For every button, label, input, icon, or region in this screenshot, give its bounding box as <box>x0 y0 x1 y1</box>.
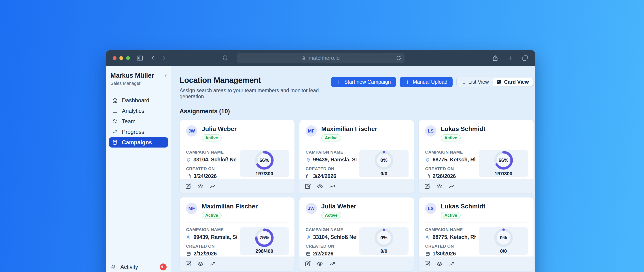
bell-icon <box>110 264 116 270</box>
location-pin-icon <box>425 235 430 240</box>
view-button[interactable] <box>315 259 325 269</box>
privacy-shield-icon[interactable] <box>222 55 228 61</box>
card-view-segment[interactable]: Card View <box>492 78 533 86</box>
progress-ring: 0% <box>494 228 513 247</box>
edit-button[interactable] <box>183 182 193 191</box>
member-name: Maximilian Fischer <box>202 203 258 210</box>
nav-icon <box>112 129 118 135</box>
list-view-segment[interactable]: List View <box>457 78 493 86</box>
card-fields: CAMPAIGN NAME 99439, Ramsla, Stedten a… … <box>186 227 237 256</box>
new-tab-icon[interactable] <box>507 55 514 61</box>
header-actions: Start new Campaign Manual Upload List Vi… <box>331 77 534 87</box>
avatar: JW <box>306 203 317 214</box>
start-new-campaign-button[interactable]: Start new Campaign <box>331 77 396 87</box>
manual-upload-button[interactable]: Manual Upload <box>400 77 452 87</box>
back-icon[interactable] <box>150 55 156 61</box>
created-on-label: CREATED ON <box>306 166 357 171</box>
campaign-row: 99439, Ramsla, Stedten a… <box>186 234 237 240</box>
progress-button[interactable] <box>208 259 217 269</box>
view-button[interactable] <box>435 259 444 269</box>
progress-percent: 0% <box>374 151 393 170</box>
assignments-heading: Assignments (10) <box>180 108 534 115</box>
page-header-text: Location Management Assign search areas … <box>180 76 331 100</box>
progress-panel: 0% 0/0 <box>359 150 408 177</box>
progress-button[interactable] <box>447 182 456 191</box>
nav-icon <box>112 97 118 103</box>
sidebar-item-campaigns[interactable]: Campaigns <box>109 137 168 148</box>
created-on-label: CREATED ON <box>425 244 476 249</box>
progress-button[interactable] <box>328 182 337 191</box>
minimize-window-button[interactable] <box>120 56 123 60</box>
created-row: 3/24/2026 <box>306 173 357 179</box>
progress-button[interactable] <box>447 259 456 269</box>
list-view-label: List View <box>468 79 489 85</box>
created-on-label: CREATED ON <box>186 244 237 249</box>
sidebar-collapse-icon[interactable] <box>163 73 168 79</box>
card-fields: CAMPAIGN NAME 68775, Ketsch, Rhein-Nec… … <box>425 150 476 179</box>
created-on-label: CREATED ON <box>425 166 476 171</box>
edit-button[interactable] <box>303 259 312 269</box>
trending-up-icon <box>329 260 336 267</box>
campaign-name-label: CAMPAIGN NAME <box>306 227 357 232</box>
assignment-card: LS Lukas Schmidt Active CAMPAIGN NAME 68… <box>418 120 534 194</box>
card-body: CAMPAIGN NAME 33104, Schloß Neuhaus, S… … <box>180 145 294 179</box>
user-name: Markus Müller <box>110 72 166 79</box>
list-icon <box>461 80 466 85</box>
card-header: JW Julia Weber Active <box>180 120 294 141</box>
card-fields: CAMPAIGN NAME 33104, Schloß Neuhaus, S… … <box>186 150 237 179</box>
nav-icon <box>112 118 118 124</box>
sidebar-item-dashboard[interactable]: Dashboard <box>109 95 168 105</box>
edit-button[interactable] <box>183 259 193 269</box>
progress-button[interactable] <box>328 259 337 269</box>
sidebar-item-activity[interactable]: Activity 9+ <box>106 260 171 272</box>
zoom-window-button[interactable] <box>126 56 130 60</box>
assignment-card: JW Julia Weber Active CAMPAIGN NAME 3310… <box>299 197 414 271</box>
trending-up-icon <box>210 260 216 267</box>
eye-icon <box>317 183 323 190</box>
progress-button[interactable] <box>208 182 217 191</box>
status-badge: Active <box>321 134 341 141</box>
edit-button[interactable] <box>422 182 432 191</box>
created-on-label: CREATED ON <box>306 244 357 249</box>
progress-ratio: 0/0 <box>380 248 388 254</box>
avatar: JW <box>186 125 197 137</box>
progress-ratio: 298/400 <box>255 248 273 254</box>
view-button[interactable] <box>196 182 205 191</box>
sidebar-toggle-icon[interactable] <box>136 54 144 62</box>
campaign-row: 68775, Ketsch, Rhein-Nec… <box>425 234 476 240</box>
tab-overview-icon[interactable] <box>522 55 528 61</box>
campaign-row: 33104, Schloß Neuhaus, S… <box>306 234 357 240</box>
edit-button[interactable] <box>303 182 312 191</box>
address-bar[interactable]: matchhero.io <box>237 53 404 63</box>
created-row: 2/26/2026 <box>425 173 476 179</box>
card-footer <box>300 256 414 271</box>
created-on-label: CREATED ON <box>186 166 237 171</box>
progress-percent: 66% <box>494 151 513 170</box>
sidebar-item-progress[interactable]: Progress <box>109 127 168 137</box>
member-block: Julia Weber Active <box>321 203 356 219</box>
view-button[interactable] <box>196 259 205 269</box>
card-header: JW Julia Weber Active <box>300 197 414 219</box>
sidebar-item-label: Analytics <box>122 108 144 114</box>
reload-icon[interactable] <box>396 55 402 61</box>
status-badge: Active <box>202 134 222 141</box>
card-header: MF Maximilian Fischer Active <box>300 120 414 141</box>
campaign-name-value: 68775, Ketsch, Rhein-Nec… <box>432 156 476 163</box>
status-badge: Active <box>321 212 341 219</box>
activity-section: Activity 9+ <box>106 260 171 272</box>
view-button[interactable] <box>435 182 444 191</box>
progress-ratio: 0/0 <box>500 248 507 254</box>
share-icon[interactable] <box>492 55 499 62</box>
card-fields: CAMPAIGN NAME 33104, Schloß Neuhaus, S… … <box>306 227 357 256</box>
edit-icon <box>424 260 430 267</box>
status-badge: Active <box>202 212 222 219</box>
trending-up-icon <box>448 260 455 267</box>
sidebar-item-team[interactable]: Team <box>109 116 168 126</box>
sidebar-item-analytics[interactable]: Analytics <box>109 106 168 116</box>
close-window-button[interactable] <box>113 56 116 60</box>
edit-button[interactable] <box>422 259 432 269</box>
sidebar-item-label: Dashboard <box>122 97 149 104</box>
nav-icon <box>112 108 118 114</box>
progress-ratio: 197/300 <box>495 171 512 177</box>
view-button[interactable] <box>315 182 325 191</box>
